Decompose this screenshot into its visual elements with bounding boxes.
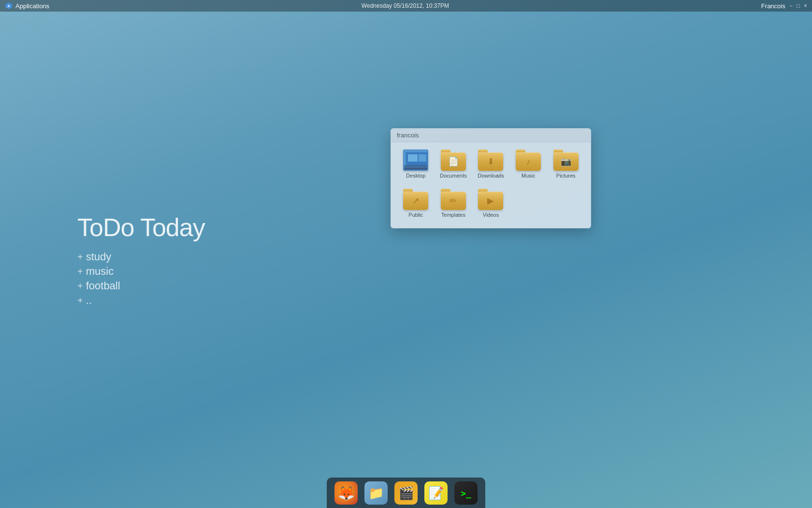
top-bar: A Applications Wednesday 05/16/2012, 10:… (0, 0, 812, 12)
todo-item-text: music (86, 265, 114, 278)
files-icon (364, 481, 388, 505)
top-bar-left: A Applications (5, 2, 49, 10)
applications-label[interactable]: Applications (15, 2, 49, 10)
todo-plus: + (77, 295, 83, 306)
minimize-button[interactable]: − (789, 2, 793, 9)
list-item: + football (77, 280, 205, 292)
svg-text:A: A (7, 4, 10, 8)
dock-item-terminal[interactable] (451, 479, 480, 508)
dock-item-notes[interactable] (421, 479, 450, 508)
music-overlay-icon: ♪ (526, 157, 531, 167)
svg-rect-6 (419, 154, 426, 162)
file-icon-pictures[interactable]: 📷 Pictures (548, 147, 583, 181)
file-label-pictures: Pictures (556, 173, 576, 179)
file-window-title: francois (397, 132, 419, 139)
folder-documents: 📄 (441, 149, 466, 171)
applications-icon: A (5, 2, 13, 10)
documents-overlay-icon: 📄 (448, 156, 459, 167)
file-icon-downloads[interactable]: ⬇ Downloads (473, 147, 508, 181)
file-label-desktop: Desktop (406, 173, 425, 179)
vlc-icon (394, 481, 418, 505)
file-icon-desktop[interactable]: Desktop (398, 147, 434, 181)
folder-downloads: ⬇ (478, 149, 503, 171)
templates-overlay-icon: ✏ (450, 195, 457, 206)
file-label-documents: Documents (440, 173, 467, 179)
desktop-icon (403, 149, 428, 171)
todo-item-text: study (86, 251, 112, 263)
desktop-preview-icon (404, 150, 428, 171)
terminal-icon (454, 481, 478, 505)
file-icon-videos[interactable]: ▶ Videos (473, 186, 508, 221)
folder-pictures: 📷 (553, 149, 579, 171)
todo-plus: + (77, 266, 83, 277)
dock-item-files[interactable] (362, 479, 391, 508)
notes-icon (424, 481, 448, 505)
todo-plus: + (77, 281, 83, 292)
username-label: Francois (761, 2, 785, 10)
file-label-downloads: Downloads (478, 173, 504, 179)
folder-music: ♪ (516, 149, 541, 171)
videos-overlay-icon: ▶ (487, 195, 494, 206)
file-window-titlebar: francois (391, 129, 591, 142)
file-manager-window: francois Desktop 📄 (391, 128, 591, 228)
file-label-public: Public (408, 212, 423, 218)
list-item: + .. (77, 294, 205, 307)
public-overlay-icon: ↗ (412, 195, 420, 206)
folder-templates: ✏ (441, 189, 466, 210)
todo-list: + study + music + football + .. (77, 251, 205, 307)
top-bar-right: Francois − □ × (761, 2, 807, 10)
file-icon-public[interactable]: ↗ Public (398, 186, 434, 221)
todo-item-text: .. (86, 294, 92, 307)
list-item: + study (77, 251, 205, 263)
file-label-music: Music (522, 173, 536, 179)
todo-plus: + (77, 252, 83, 263)
todo-item-text: football (86, 280, 120, 292)
pictures-overlay-icon: 📷 (561, 156, 571, 167)
file-icon-music[interactable]: ♪ Music (511, 147, 546, 181)
folder-public: ↗ (403, 189, 428, 210)
svg-rect-7 (404, 168, 428, 171)
datetime-display: Wednesday 05/16/2012, 10:37PM (362, 2, 449, 9)
svg-rect-5 (408, 154, 418, 162)
downloads-overlay-icon: ⬇ (487, 156, 494, 167)
file-icon-templates[interactable]: ✏ Templates (436, 186, 471, 221)
close-button[interactable]: × (804, 2, 807, 9)
dock-item-firefox[interactable] (332, 479, 361, 508)
todo-title: ToDo Today (77, 213, 205, 242)
firefox-icon (334, 481, 358, 505)
dock (327, 478, 485, 508)
file-window-content: Desktop 📄 Documents ⬇ Downloads (391, 142, 591, 228)
maximize-button[interactable]: □ (797, 2, 800, 9)
folder-videos: ▶ (478, 189, 503, 210)
todo-widget: ToDo Today + study + music + football + … (77, 213, 205, 307)
list-item: + music (77, 265, 205, 278)
file-label-videos: Videos (483, 212, 499, 218)
dock-item-vlc[interactable] (392, 479, 420, 508)
file-label-templates: Templates (441, 212, 465, 218)
file-icon-documents[interactable]: 📄 Documents (436, 147, 471, 181)
